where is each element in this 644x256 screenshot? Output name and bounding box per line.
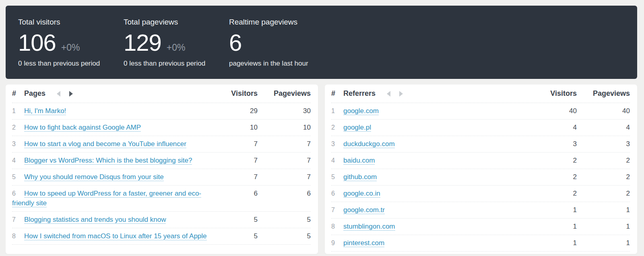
page-link[interactable]: Hi, I'm Marko! <box>24 107 66 115</box>
row-main: 8How I switched from macOS to Linux afte… <box>12 231 217 241</box>
row-main: 1google.com <box>331 106 537 116</box>
referrers-table-header: # Referrers Visitors Pageviews <box>331 85 630 103</box>
page-link[interactable]: Blogging statistics and trends you shoul… <box>24 216 166 224</box>
table-row: 6google.co.in 2 2 <box>331 186 630 202</box>
referrer-link[interactable]: duckduckgo.com <box>343 140 395 148</box>
row-main: 5Why you should remove Disqus from your … <box>12 172 217 182</box>
row-pageviews: 6 <box>258 189 311 198</box>
row-rank: 2 <box>12 123 24 132</box>
table-row: 5Why you should remove Disqus from your … <box>12 169 311 186</box>
row-rank: 7 <box>331 205 343 215</box>
table-row: 3duckduckgo.com 3 3 <box>331 136 630 153</box>
stat-realtime-pageviews: Realtime pageviews 6 pageviews in the la… <box>229 18 334 79</box>
row-visitors: 29 <box>217 106 258 116</box>
referrer-link[interactable]: google.co.in <box>343 190 380 198</box>
row-rank: 4 <box>12 156 24 165</box>
prev-page-icon[interactable] <box>387 91 390 97</box>
row-visitors: 1 <box>537 238 577 248</box>
referrer-link[interactable]: google.com <box>343 107 379 115</box>
stat-total-pageviews: Total pageviews 129 +0% 0 less than prev… <box>124 18 229 79</box>
page-link[interactable]: How to fight back against Google AMP <box>24 124 141 132</box>
visitors-column-header: Visitors <box>537 89 577 98</box>
table-row: 4baidu.com 2 2 <box>331 153 630 169</box>
referrer-link[interactable]: github.com <box>343 173 377 181</box>
pages-table-title: Pages <box>24 89 45 98</box>
row-visitors: 4 <box>537 123 577 132</box>
row-main: 5github.com <box>331 172 537 182</box>
table-row: 7google.com.tr 1 1 <box>331 202 630 219</box>
page-link[interactable]: How to speed up WordPress for a faster, … <box>12 190 201 207</box>
row-main: 4Blogger vs WordPress: Which is the best… <box>12 156 217 165</box>
referrers-table-title: Referrers <box>343 89 376 98</box>
row-visitors: 6 <box>217 189 258 198</box>
row-rank: 5 <box>331 172 343 182</box>
row-main: 7google.com.tr <box>331 205 537 215</box>
referrer-link[interactable]: stumblingon.com <box>343 223 395 231</box>
rank-column-header: # <box>331 89 343 98</box>
row-pageviews: 3 <box>577 139 630 149</box>
stat-value: 6 <box>229 31 242 55</box>
row-visitors: 7 <box>217 156 258 165</box>
referrer-link[interactable]: pinterest.com <box>343 239 384 247</box>
row-pageviews: 4 <box>577 123 630 132</box>
row-visitors: 7 <box>217 139 258 149</box>
row-rank: 3 <box>331 139 343 149</box>
row-pageviews: 7 <box>258 156 311 165</box>
referrer-link[interactable]: google.pl <box>343 124 371 132</box>
stat-label: Total visitors <box>18 18 124 27</box>
row-main: 3duckduckgo.com <box>331 139 537 149</box>
row-visitors: 10 <box>217 123 258 132</box>
row-pageviews: 2 <box>577 189 630 198</box>
totals-panel: Total visitors 106 +0% 0 less than previ… <box>6 6 637 79</box>
pageviews-column-header: Pageviews <box>577 89 630 98</box>
row-pageviews: 1 <box>577 205 630 215</box>
referrers-table-body: 1google.com 40 40 2google.pl 4 4 3duckdu… <box>331 103 630 252</box>
next-page-icon[interactable] <box>399 91 403 97</box>
pages-panel: # Pages Visitors Pageviews 1Hi, I'm Mark… <box>6 85 318 254</box>
stat-value: 106 <box>18 31 56 55</box>
row-rank: 1 <box>12 106 24 116</box>
page-link[interactable]: Why you should remove Disqus from your s… <box>24 173 164 181</box>
row-visitors: 5 <box>217 231 258 241</box>
row-rank: 7 <box>12 215 24 225</box>
page-link[interactable]: How I switched from macOS to Linux after… <box>24 232 207 240</box>
next-page-icon[interactable] <box>69 91 73 97</box>
referrer-link[interactable]: baidu.com <box>343 157 375 165</box>
row-rank: 8 <box>331 222 343 231</box>
row-pageviews: 30 <box>258 106 311 116</box>
page-link[interactable]: Blogger vs WordPress: Which is the best … <box>24 157 192 165</box>
row-pageviews: 7 <box>258 172 311 182</box>
rank-column-header: # <box>12 89 24 98</box>
prev-page-icon[interactable] <box>57 91 60 97</box>
row-main: 2google.pl <box>331 123 537 132</box>
row-visitors: 1 <box>537 222 577 231</box>
table-row: 2google.pl 4 4 <box>331 120 630 136</box>
tables-row: # Pages Visitors Pageviews 1Hi, I'm Mark… <box>6 85 637 254</box>
stat-caption: 0 less than previous period <box>124 60 229 68</box>
row-main: 2How to fight back against Google AMP <box>12 123 217 132</box>
stat-caption: 0 less than previous period <box>18 60 124 68</box>
table-row: 5github.com 2 2 <box>331 169 630 186</box>
row-rank: 6 <box>12 189 24 198</box>
row-visitors: 40 <box>537 106 577 116</box>
row-main: 6google.co.in <box>331 189 537 198</box>
row-pageviews: 5 <box>258 231 311 241</box>
row-main: 1Hi, I'm Marko! <box>12 106 217 116</box>
row-pageviews: 1 <box>577 238 630 248</box>
table-row: 2How to fight back against Google AMP 10… <box>12 120 311 136</box>
stat-value: 129 <box>124 31 161 55</box>
table-row: 8stumblingon.com 1 1 <box>331 219 630 235</box>
pageviews-column-header: Pageviews <box>258 89 311 98</box>
row-visitors: 2 <box>537 156 577 165</box>
row-pageviews: 2 <box>577 156 630 165</box>
page-link[interactable]: How to start a vlog and become a YouTube… <box>24 140 186 148</box>
row-pageviews: 10 <box>258 123 311 132</box>
referrer-link[interactable]: google.com.tr <box>343 206 385 214</box>
row-rank: 5 <box>12 172 24 182</box>
pages-pagination <box>57 91 73 97</box>
stat-caption: pageviews in the last hour <box>229 60 334 68</box>
row-main: 9pinterest.com <box>331 238 537 248</box>
table-row: 3How to start a vlog and become a YouTub… <box>12 136 311 153</box>
row-visitors: 5 <box>217 215 258 225</box>
row-rank: 8 <box>12 231 24 241</box>
